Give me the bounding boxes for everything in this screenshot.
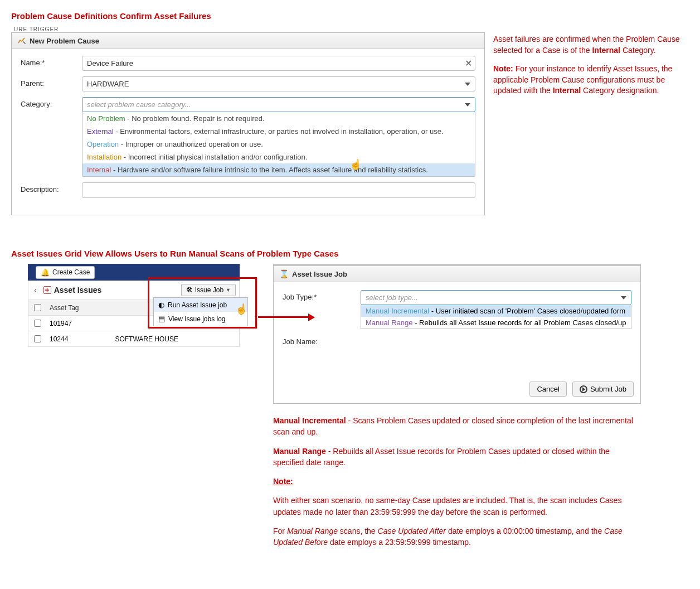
- category-option-name: No Problem: [87, 114, 125, 123]
- category-option-name: Operation: [87, 140, 119, 148]
- col-asset-tag[interactable]: Asset Tag: [46, 300, 111, 316]
- menu-view-issue-jobs-log[interactable]: View Issue jobs log: [154, 312, 247, 326]
- description-field[interactable]: [82, 182, 475, 198]
- play-icon: [580, 385, 587, 393]
- parent-dropdown-value: HARDWARE: [87, 80, 129, 88]
- note-mi-label: Manual Incremental: [273, 416, 346, 425]
- category-option[interactable]: Installation - Incorrect initial physica…: [82, 151, 475, 163]
- category-option-desc: - No problem found. Repair is not requir…: [125, 114, 265, 123]
- submit-label: Submit Job: [590, 385, 626, 393]
- job-type-option-name: Manual Range: [366, 318, 413, 327]
- category-option-desc: - Incorrect initial physical installatio…: [121, 153, 307, 161]
- tools-icon: [186, 286, 193, 294]
- grid-title: + Asset Issues: [43, 286, 102, 294]
- bell-icon: 🔔: [41, 268, 50, 277]
- job-type-option-desc: - Rebuilds all Asset Issue records for a…: [413, 318, 626, 327]
- menu-log-label: View Issue jobs log: [168, 315, 226, 323]
- aside-text: Category.: [620, 46, 656, 55]
- note-n2: scans, the: [338, 527, 378, 535]
- app-navbar: 🔔 Create Case: [28, 264, 240, 281]
- label-parent: Parent:: [21, 76, 82, 88]
- aside-text: Category designation.: [581, 86, 659, 95]
- aij-title: Asset Issue Job: [292, 270, 347, 278]
- category-dropdown-placeholder: select problem cause category...: [87, 100, 191, 109]
- category-option[interactable]: Internal - Hardware and/or software fail…: [82, 163, 475, 176]
- grid-title-text: Asset Issues: [54, 286, 102, 294]
- job-type-dropdown-list: Manual Incremental - User initiated scan…: [361, 305, 631, 329]
- category-dropdown[interactable]: select problem cause category...: [82, 97, 475, 112]
- category-option-desc: - Environmental factors, external infras…: [114, 127, 444, 136]
- submit-job-button[interactable]: Submit Job: [572, 382, 634, 397]
- cell-extra: SOFTWARE HOUSE: [111, 331, 239, 347]
- clear-icon[interactable]: ✕: [465, 58, 472, 69]
- create-case-button[interactable]: 🔔 Create Case: [36, 266, 95, 279]
- note-n2-mr: Manual Range: [287, 527, 338, 535]
- callout-arrow: [258, 316, 308, 318]
- label-job-type: Job Type:*: [283, 290, 361, 301]
- chevron-down-icon: [621, 296, 626, 300]
- chevron-down-icon: ▼: [226, 287, 231, 293]
- name-field[interactable]: [82, 56, 475, 71]
- section1-heading: Problem Cause Definitions Confirm Asset …: [11, 11, 689, 21]
- back-chevron-icon[interactable]: ‹: [32, 284, 39, 296]
- note-label: Note:: [273, 477, 293, 486]
- cancel-label: Cancel: [537, 385, 559, 393]
- kit-plus-icon: +: [43, 286, 51, 294]
- job-type-dropdown[interactable]: select job type...: [361, 290, 631, 305]
- select-all-checkbox[interactable]: [34, 304, 41, 311]
- note-mr-label: Manual Range: [273, 447, 326, 456]
- parent-dropdown[interactable]: HARDWARE: [82, 76, 475, 91]
- chevron-down-icon: [465, 103, 470, 107]
- asset-issue-job-panel: ⌛ Asset Issue Job Job Type:* select job …: [273, 264, 641, 404]
- label-description: Description:: [21, 182, 82, 194]
- category-option-name: Internal: [87, 166, 111, 174]
- gauge-icon: [158, 301, 164, 309]
- note-n2: date employs a 00:00:00 timestamp, and t…: [446, 527, 604, 535]
- background-hint-text: URE TRIGGER: [14, 26, 485, 32]
- aside-internal-2: Internal: [553, 86, 581, 95]
- category-option-desc: - Hardware and/or software failure intri…: [111, 166, 427, 174]
- category-option[interactable]: Operation - Improper or unauthorized ope…: [82, 138, 475, 151]
- category-dropdown-list: No Problem - No problem found. Repair is…: [82, 112, 475, 177]
- category-option-name: Installation: [87, 153, 121, 161]
- category-option-name: External: [87, 127, 114, 136]
- cell-asset-tag: 101947: [46, 316, 111, 331]
- menu-run-asset-issue-job[interactable]: Run Asset Issue job: [154, 298, 247, 312]
- document-icon: [158, 315, 165, 323]
- category-option-desc: - Improper or unauthorized operation or …: [119, 140, 263, 148]
- cancel-button[interactable]: Cancel: [529, 382, 566, 397]
- note-label: Note:: [493, 64, 513, 73]
- aside-internal-1: Internal: [592, 46, 620, 55]
- menu-run-label: Run Asset Issue job: [168, 301, 227, 309]
- job-type-placeholder: select job type...: [366, 293, 418, 302]
- note-n2: date employs a 23:59:59:999 timestamp.: [328, 538, 471, 547]
- new-problem-cause-panel: New Problem Cause Name:* ✕ Parent:: [11, 32, 485, 215]
- row-checkbox[interactable]: [34, 320, 41, 327]
- section2-heading: Asset Issues Grid View Allows Users to R…: [11, 249, 689, 258]
- issue-job-label: Issue Job: [195, 286, 223, 294]
- job-type-option-name: Manual Incremental: [366, 307, 429, 315]
- cell-asset-tag: 10244: [46, 331, 111, 347]
- table-row[interactable]: 10244SOFTWARE HOUSE: [28, 331, 239, 347]
- note-n2-cua: Case Updated After: [378, 527, 446, 535]
- job-type-option[interactable]: Manual Incremental - User initiated scan…: [361, 305, 631, 317]
- row-checkbox[interactable]: [34, 335, 41, 342]
- label-job-name: Job Name:: [283, 335, 361, 346]
- category-option[interactable]: No Problem - No problem found. Repair is…: [82, 112, 475, 125]
- category-option[interactable]: External - Environmental factors, extern…: [82, 125, 475, 138]
- section1-aside: Asset failures are confirmed when the Pr…: [493, 26, 689, 215]
- issue-job-button[interactable]: Issue Job ▼: [181, 284, 236, 296]
- chart-edit-icon: [17, 36, 26, 45]
- issue-job-menu: Run Asset Issue job View Issue jobs log: [153, 297, 248, 326]
- hourglass-icon: ⌛: [279, 269, 289, 278]
- label-name: Name:*: [21, 56, 82, 67]
- note-n1: With either scan scenario, no same-day C…: [273, 495, 641, 518]
- panel-title: New Problem Cause: [30, 37, 99, 45]
- label-category: Category:: [21, 97, 82, 108]
- job-type-option-desc: - User initiated scan of 'Problem' Cases…: [429, 307, 625, 315]
- note-n2: For: [273, 527, 287, 535]
- job-type-option[interactable]: Manual Range - Rebuilds all Asset Issue …: [361, 317, 631, 329]
- create-case-label: Create Case: [52, 268, 90, 276]
- chevron-down-icon: [465, 83, 470, 86]
- section2-notes: Manual Incremental - Scans Problem Cases…: [273, 415, 641, 548]
